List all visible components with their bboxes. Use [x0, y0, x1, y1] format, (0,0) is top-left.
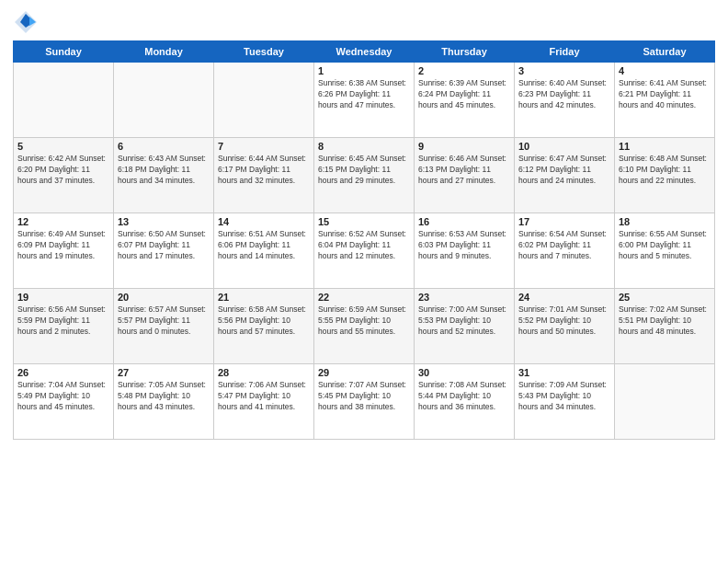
day-info: Sunrise: 7:02 AM Sunset: 5:51 PM Dayligh…: [619, 304, 711, 338]
calendar-cell: 22Sunrise: 6:59 AM Sunset: 5:55 PM Dayli…: [314, 289, 415, 364]
day-info: Sunrise: 6:51 AM Sunset: 6:06 PM Dayligh…: [218, 229, 310, 262]
day-number: 21: [218, 292, 310, 303]
day-info: Sunrise: 7:01 AM Sunset: 5:52 PM Dayligh…: [518, 304, 610, 338]
calendar-cell: 6Sunrise: 6:43 AM Sunset: 6:18 PM Daylig…: [114, 138, 214, 213]
day-info: Sunrise: 6:59 AM Sunset: 5:55 PM Dayligh…: [318, 304, 410, 338]
day-number: 27: [118, 367, 210, 378]
day-info: Sunrise: 6:58 AM Sunset: 5:56 PM Dayligh…: [218, 304, 310, 338]
day-number: 23: [418, 292, 510, 303]
page: SundayMondayTuesdayWednesdayThursdayFrid…: [0, 0, 728, 563]
calendar-cell: 16Sunrise: 6:53 AM Sunset: 6:03 PM Dayli…: [415, 213, 515, 289]
calendar-dow-friday: Friday: [515, 41, 615, 63]
calendar-week-row: 26Sunrise: 7:04 AM Sunset: 5:49 PM Dayli…: [14, 364, 715, 440]
day-number: 2: [418, 65, 510, 76]
day-number: 19: [17, 292, 109, 303]
day-number: 3: [518, 65, 610, 76]
calendar-cell: [615, 364, 715, 440]
calendar-week-row: 1Sunrise: 6:38 AM Sunset: 6:26 PM Daylig…: [14, 63, 715, 138]
day-info: Sunrise: 6:49 AM Sunset: 6:09 PM Dayligh…: [17, 229, 109, 262]
day-info: Sunrise: 6:42 AM Sunset: 6:20 PM Dayligh…: [17, 154, 109, 187]
calendar-cell: 23Sunrise: 7:00 AM Sunset: 5:53 PM Dayli…: [415, 289, 515, 364]
calendar-cell: 17Sunrise: 6:54 AM Sunset: 6:02 PM Dayli…: [515, 213, 615, 289]
calendar-cell: 19Sunrise: 6:56 AM Sunset: 5:59 PM Dayli…: [14, 289, 114, 364]
calendar-cell: 8Sunrise: 6:45 AM Sunset: 6:15 PM Daylig…: [314, 138, 415, 213]
day-number: 13: [118, 216, 210, 227]
calendar-cell: 28Sunrise: 7:06 AM Sunset: 5:47 PM Dayli…: [214, 364, 314, 440]
day-number: 12: [17, 216, 109, 227]
day-number: 11: [619, 141, 711, 152]
day-info: Sunrise: 6:55 AM Sunset: 6:00 PM Dayligh…: [619, 229, 711, 262]
calendar-header-row: SundayMondayTuesdayWednesdayThursdayFrid…: [14, 41, 715, 63]
day-number: 17: [518, 216, 610, 227]
day-info: Sunrise: 6:50 AM Sunset: 6:07 PM Dayligh…: [118, 229, 210, 262]
calendar-cell: 13Sunrise: 6:50 AM Sunset: 6:07 PM Dayli…: [114, 213, 214, 289]
day-number: 8: [318, 141, 410, 152]
day-info: Sunrise: 6:43 AM Sunset: 6:18 PM Dayligh…: [118, 154, 210, 187]
day-number: 30: [418, 367, 510, 378]
calendar-cell: 11Sunrise: 6:48 AM Sunset: 6:10 PM Dayli…: [615, 138, 715, 213]
calendar-cell: 21Sunrise: 6:58 AM Sunset: 5:56 PM Dayli…: [214, 289, 314, 364]
calendar-week-row: 19Sunrise: 6:56 AM Sunset: 5:59 PM Dayli…: [14, 289, 715, 364]
calendar-cell: 18Sunrise: 6:55 AM Sunset: 6:00 PM Dayli…: [615, 213, 715, 289]
day-number: 15: [318, 216, 410, 227]
day-number: 10: [518, 141, 610, 152]
calendar-cell: 7Sunrise: 6:44 AM Sunset: 6:17 PM Daylig…: [214, 138, 314, 213]
calendar-table: SundayMondayTuesdayWednesdayThursdayFrid…: [13, 40, 715, 440]
day-number: 20: [118, 292, 210, 303]
day-number: 16: [418, 216, 510, 227]
day-info: Sunrise: 6:40 AM Sunset: 6:23 PM Dayligh…: [518, 78, 610, 111]
day-info: Sunrise: 7:06 AM Sunset: 5:47 PM Dayligh…: [218, 380, 310, 413]
day-info: Sunrise: 6:54 AM Sunset: 6:02 PM Dayligh…: [518, 229, 610, 262]
day-info: Sunrise: 7:09 AM Sunset: 5:43 PM Dayligh…: [518, 380, 610, 413]
day-info: Sunrise: 6:53 AM Sunset: 6:03 PM Dayligh…: [418, 229, 510, 262]
day-info: Sunrise: 6:48 AM Sunset: 6:10 PM Dayligh…: [619, 154, 711, 187]
calendar-cell: 30Sunrise: 7:08 AM Sunset: 5:44 PM Dayli…: [415, 364, 515, 440]
calendar-dow-saturday: Saturday: [615, 41, 715, 63]
logo-icon: [13, 9, 39, 35]
calendar-cell: 5Sunrise: 6:42 AM Sunset: 6:20 PM Daylig…: [14, 138, 114, 213]
day-number: 24: [518, 292, 610, 303]
calendar-cell: 10Sunrise: 6:47 AM Sunset: 6:12 PM Dayli…: [515, 138, 615, 213]
day-info: Sunrise: 6:38 AM Sunset: 6:26 PM Dayligh…: [318, 78, 410, 111]
calendar-dow-sunday: Sunday: [14, 41, 114, 63]
day-number: 6: [118, 141, 210, 152]
day-info: Sunrise: 7:07 AM Sunset: 5:45 PM Dayligh…: [318, 380, 410, 413]
day-info: Sunrise: 6:57 AM Sunset: 5:57 PM Dayligh…: [118, 304, 210, 338]
calendar-cell: 27Sunrise: 7:05 AM Sunset: 5:48 PM Dayli…: [114, 364, 214, 440]
calendar-cell: 4Sunrise: 6:41 AM Sunset: 6:21 PM Daylig…: [615, 63, 715, 138]
calendar-cell: 29Sunrise: 7:07 AM Sunset: 5:45 PM Dayli…: [314, 364, 415, 440]
day-number: 26: [17, 367, 109, 378]
day-number: 25: [619, 292, 711, 303]
day-info: Sunrise: 7:00 AM Sunset: 5:53 PM Dayligh…: [418, 304, 510, 338]
day-number: 14: [218, 216, 310, 227]
day-info: Sunrise: 6:52 AM Sunset: 6:04 PM Dayligh…: [318, 229, 410, 262]
calendar-cell: 15Sunrise: 6:52 AM Sunset: 6:04 PM Dayli…: [314, 213, 415, 289]
day-number: 1: [318, 65, 410, 76]
day-info: Sunrise: 6:44 AM Sunset: 6:17 PM Dayligh…: [218, 154, 310, 187]
day-info: Sunrise: 6:41 AM Sunset: 6:21 PM Dayligh…: [619, 78, 711, 111]
logo: [13, 9, 42, 35]
day-number: 28: [218, 367, 310, 378]
calendar-cell: 9Sunrise: 6:46 AM Sunset: 6:13 PM Daylig…: [415, 138, 515, 213]
calendar-dow-tuesday: Tuesday: [214, 41, 314, 63]
day-number: 29: [318, 367, 410, 378]
calendar-week-row: 5Sunrise: 6:42 AM Sunset: 6:20 PM Daylig…: [14, 138, 715, 213]
day-info: Sunrise: 6:45 AM Sunset: 6:15 PM Dayligh…: [318, 154, 410, 187]
calendar-cell: 14Sunrise: 6:51 AM Sunset: 6:06 PM Dayli…: [214, 213, 314, 289]
day-number: 31: [518, 367, 610, 378]
calendar-cell: [14, 63, 114, 138]
day-info: Sunrise: 6:39 AM Sunset: 6:24 PM Dayligh…: [418, 78, 510, 111]
calendar-cell: 25Sunrise: 7:02 AM Sunset: 5:51 PM Dayli…: [615, 289, 715, 364]
header: [13, 9, 715, 35]
calendar-cell: [114, 63, 214, 138]
day-info: Sunrise: 7:04 AM Sunset: 5:49 PM Dayligh…: [17, 380, 109, 413]
calendar-dow-monday: Monday: [114, 41, 214, 63]
day-number: 18: [619, 216, 711, 227]
calendar-cell: 3Sunrise: 6:40 AM Sunset: 6:23 PM Daylig…: [515, 63, 615, 138]
calendar-week-row: 12Sunrise: 6:49 AM Sunset: 6:09 PM Dayli…: [14, 213, 715, 289]
calendar-cell: 12Sunrise: 6:49 AM Sunset: 6:09 PM Dayli…: [14, 213, 114, 289]
day-number: 9: [418, 141, 510, 152]
day-number: 7: [218, 141, 310, 152]
day-info: Sunrise: 7:05 AM Sunset: 5:48 PM Dayligh…: [118, 380, 210, 413]
calendar-cell: 1Sunrise: 6:38 AM Sunset: 6:26 PM Daylig…: [314, 63, 415, 138]
